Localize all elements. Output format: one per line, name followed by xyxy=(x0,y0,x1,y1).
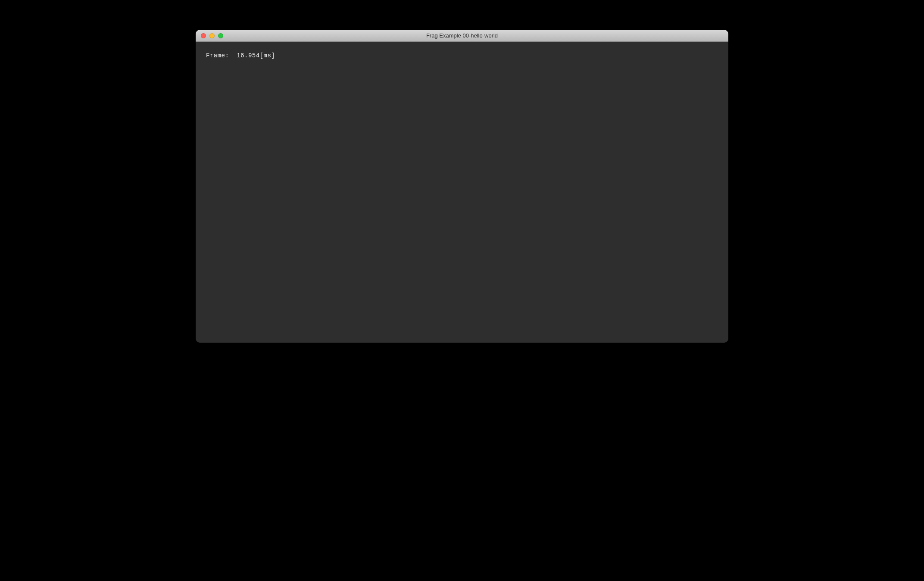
maximize-icon[interactable] xyxy=(218,33,223,38)
app-window: Frag Example 00-hello-world Frame: 16.95… xyxy=(196,30,728,343)
render-viewport: Frame: 16.954[ms] xyxy=(196,42,728,343)
close-icon[interactable] xyxy=(201,33,206,38)
minimize-icon[interactable] xyxy=(209,33,215,38)
window-title: Frag Example 00-hello-world xyxy=(196,32,728,39)
traffic-lights xyxy=(196,33,223,38)
window-titlebar[interactable]: Frag Example 00-hello-world xyxy=(196,30,728,42)
frame-stats-text: Frame: 16.954[ms] xyxy=(206,52,275,59)
